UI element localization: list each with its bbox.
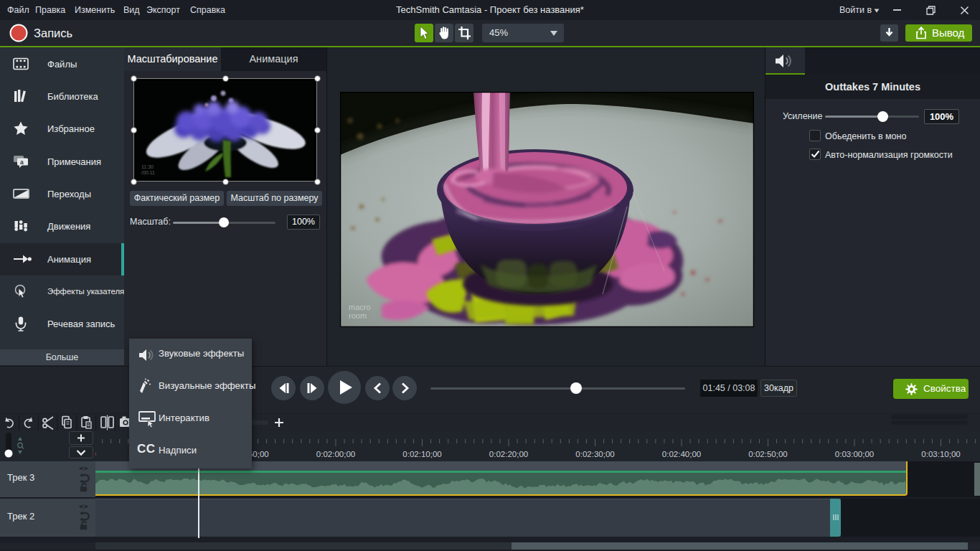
- svg-text:a: a: [20, 158, 24, 165]
- svg-text:11:30: 11:30: [141, 164, 154, 169]
- svg-text:0:03:10;00: 0:03:10;00: [921, 450, 960, 458]
- svg-text:room: room: [349, 311, 367, 320]
- svg-text:0:02:40;00: 0:02:40;00: [662, 450, 701, 458]
- svg-text:0:02:00;00: 0:02:00;00: [316, 450, 355, 458]
- svg-text:0:02:20;00: 0:02:20;00: [489, 450, 528, 458]
- svg-text:0:03:00;00: 0:03:00;00: [835, 450, 874, 458]
- svg-text:0:02:30;00: 0:02:30;00: [575, 450, 614, 458]
- svg-text:/00:11: /00:11: [141, 170, 155, 175]
- svg-text:0:01:30;00: 0:01:30;00: [95, 450, 96, 458]
- svg-text:0:02:10;00: 0:02:10;00: [402, 450, 441, 458]
- svg-text:macro: macro: [349, 303, 371, 311]
- svg-text:0:02:50;00: 0:02:50;00: [748, 450, 787, 458]
